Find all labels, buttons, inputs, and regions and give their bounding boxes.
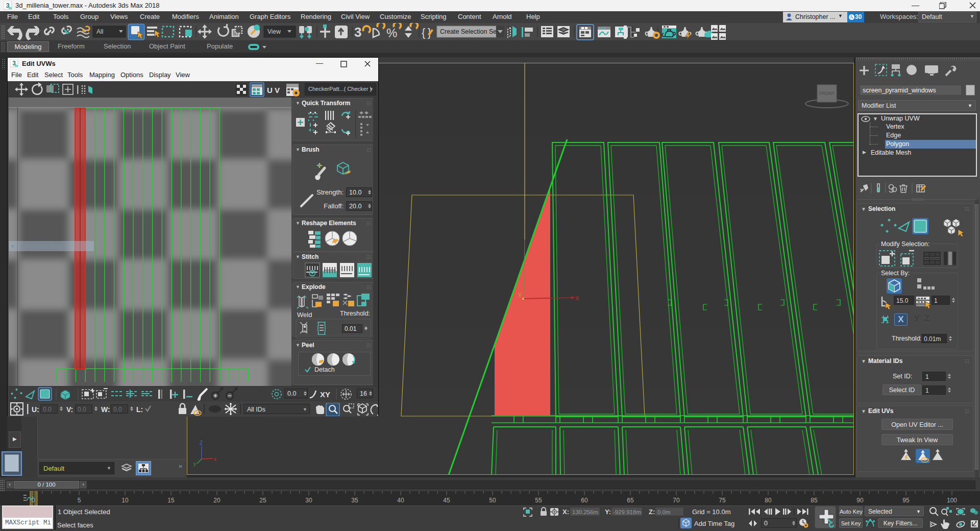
svg-text:85: 85 xyxy=(811,497,818,504)
svg-text:20: 20 xyxy=(213,497,220,504)
svg-text:U:: U: xyxy=(32,405,39,414)
svg-text:90: 90 xyxy=(856,497,864,504)
svg-text:U V: U V xyxy=(267,86,280,94)
svg-text:10: 10 xyxy=(121,497,129,504)
svg-text:45: 45 xyxy=(443,497,450,504)
svg-text:5: 5 xyxy=(78,497,81,504)
svg-text:%: % xyxy=(386,26,397,40)
svg-text:Window Snip: Window Snip xyxy=(23,243,63,250)
svg-text:40: 40 xyxy=(397,497,404,504)
svg-text:25: 25 xyxy=(259,497,266,504)
svg-text:X: X xyxy=(575,295,579,301)
svg-text:XY: XY xyxy=(320,390,330,399)
svg-text:3: 3 xyxy=(354,25,361,40)
svg-text:15: 15 xyxy=(167,497,175,504)
svg-text:50: 50 xyxy=(489,497,496,504)
svg-text:75: 75 xyxy=(719,497,726,504)
svg-text:60: 60 xyxy=(581,497,588,504)
svg-text:Create Selection Se: Create Selection Se xyxy=(440,28,497,35)
svg-text:Strength:: Strength: xyxy=(316,188,344,196)
svg-text:Y: Y xyxy=(518,292,522,298)
svg-text:35: 35 xyxy=(351,497,358,504)
svg-text:Weld: Weld xyxy=(297,311,312,319)
svg-text:L:: L: xyxy=(136,405,143,414)
svg-text:W:: W: xyxy=(101,405,110,414)
svg-text:x: x xyxy=(214,456,216,462)
svg-text:55: 55 xyxy=(535,497,542,504)
svg-text:95: 95 xyxy=(902,497,910,504)
svg-text:View: View xyxy=(267,28,281,35)
svg-text:30: 30 xyxy=(305,497,312,504)
svg-text:70: 70 xyxy=(673,497,680,504)
svg-text:Falloff:: Falloff: xyxy=(324,202,344,210)
svg-text:All: All xyxy=(96,28,103,35)
svg-text:V:: V: xyxy=(66,405,73,414)
svg-text:y: y xyxy=(193,461,196,467)
svg-text:FRONT: FRONT xyxy=(819,91,834,96)
svg-text:80: 80 xyxy=(765,497,772,504)
svg-text:Z: Z xyxy=(200,440,203,446)
svg-text:65: 65 xyxy=(627,497,634,504)
svg-text:100: 100 xyxy=(947,497,957,504)
